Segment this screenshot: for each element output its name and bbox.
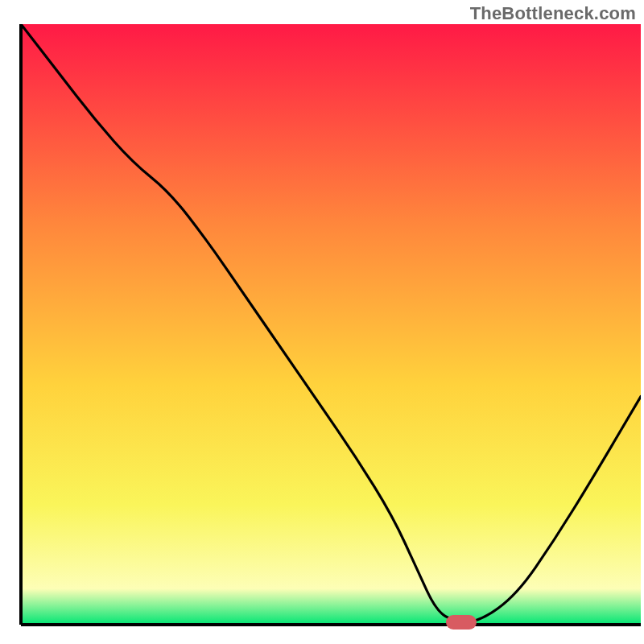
bottleneck-chart — [0, 0, 644, 644]
gradient-background — [21, 24, 641, 625]
watermark-text: TheBottleneck.com — [470, 3, 636, 24]
chart-container: TheBottleneck.com — [0, 0, 644, 644]
highlight-marker — [446, 615, 477, 630]
